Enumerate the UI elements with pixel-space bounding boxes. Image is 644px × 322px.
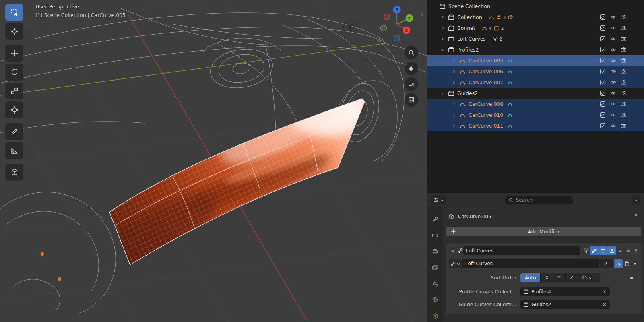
users-count-chip[interactable]: 2 (597, 259, 614, 268)
chevron-right-icon[interactable] (450, 124, 458, 128)
animate-property-dot[interactable] (630, 277, 633, 279)
profile-collection-field[interactable]: Profiles2 (520, 287, 610, 296)
editor-type-button[interactable] (431, 195, 446, 205)
eye-icon[interactable] (610, 123, 616, 129)
pan-button[interactable] (405, 62, 418, 75)
search-input[interactable]: Search (505, 196, 573, 204)
duplicate-data-button[interactable] (623, 259, 631, 268)
expand-chevron[interactable] (449, 246, 457, 255)
outliner-row-loft-curves[interactable]: Loft Curves 2 (427, 33, 644, 44)
tool-add-cube-button[interactable] (5, 164, 23, 181)
checkbox-icon[interactable] (600, 68, 606, 74)
clear-profile-button[interactable] (602, 289, 607, 294)
tab-view-layer[interactable] (430, 264, 440, 272)
edit-mode-display-toggle[interactable] (590, 246, 599, 255)
outliner-row-carcurve-008[interactable]: CarCurve.008 (427, 99, 644, 109)
delete-modifier-button[interactable] (624, 246, 632, 255)
node-group-name-field[interactable]: Loft Curves (462, 259, 597, 268)
eye-icon[interactable] (610, 36, 616, 42)
axis-minus-z-ball[interactable] (394, 35, 400, 41)
sort-option-auto[interactable]: Auto (520, 273, 540, 282)
camera-restrict-icon[interactable] (621, 79, 627, 85)
navigation-gizmo[interactable]: Z Y X (378, 4, 418, 44)
eye-icon[interactable] (610, 112, 616, 118)
eye-icon[interactable] (610, 79, 616, 85)
eye-icon[interactable] (610, 25, 616, 31)
outliner-row-bonnet[interactable]: Bonnet 4 2 (427, 23, 644, 33)
sort-option-z[interactable]: Z (566, 273, 578, 282)
outliner-row-collection[interactable]: Collection 3 (427, 12, 644, 23)
chevron-down-icon[interactable] (438, 91, 446, 95)
tool-measure-button[interactable] (5, 142, 23, 159)
node-group-browse-button[interactable] (449, 259, 462, 268)
chevron-right-icon[interactable] (450, 113, 458, 117)
checkbox-icon[interactable] (600, 123, 606, 129)
tool-transform-button[interactable] (5, 101, 23, 118)
camera-view-button[interactable] (405, 77, 418, 91)
tool-cursor-button[interactable] (5, 23, 23, 40)
axis-minus-y-ball[interactable] (381, 25, 387, 31)
render-display-toggle[interactable] (607, 246, 616, 255)
eye-icon[interactable] (610, 58, 616, 64)
checkbox-icon[interactable] (600, 58, 606, 64)
tab-scene[interactable] (430, 280, 440, 288)
tab-object[interactable] (430, 312, 440, 320)
guide-collection-field[interactable]: Guides2 (520, 300, 610, 309)
camera-restrict-icon[interactable] (621, 112, 627, 118)
chevron-right-icon[interactable] (438, 37, 446, 41)
axis-minus-x-ball[interactable] (384, 14, 390, 20)
camera-restrict-icon[interactable] (621, 47, 627, 53)
camera-restrict-icon[interactable] (621, 25, 627, 31)
camera-restrict-icon[interactable] (621, 101, 627, 107)
checkbox-icon[interactable] (600, 101, 606, 107)
camera-restrict-icon[interactable] (621, 123, 627, 129)
checkbox-icon[interactable] (600, 112, 606, 118)
tab-output[interactable] (430, 248, 440, 256)
pin-icon[interactable] (633, 213, 639, 219)
chevron-right-icon[interactable] (438, 15, 446, 19)
checkbox-icon[interactable] (600, 79, 606, 85)
eye-icon[interactable] (610, 47, 616, 53)
modifier-extras-dropdown[interactable] (616, 246, 624, 255)
outliner-row-guides2[interactable]: Guides2 (427, 88, 644, 99)
tool-select-box-button[interactable] (5, 4, 23, 21)
funnel-toggle[interactable] (582, 246, 590, 255)
outliner-row-carcurve-011[interactable]: CarCurve.011 (427, 120, 644, 131)
camera-restrict-icon[interactable] (621, 90, 627, 96)
outliner-row-carcurve-010[interactable]: CarCurve.010 (427, 109, 644, 120)
tool-annotate-button[interactable] (5, 123, 23, 140)
tab-tool[interactable] (430, 215, 440, 223)
checkbox-icon[interactable] (600, 25, 606, 31)
outliner-row-carcurve-007[interactable]: CarCurve.007 (427, 77, 644, 88)
filter-dropdown-button[interactable] (632, 196, 640, 204)
chevron-down-icon[interactable] (438, 47, 446, 52)
camera-restrict-icon[interactable] (621, 36, 627, 42)
sort-option-y[interactable]: Y (553, 273, 565, 282)
chevron-right-icon[interactable] (450, 102, 458, 106)
outliner-row-carcurve-005[interactable]: CarCurve.005 (427, 55, 644, 66)
sort-option-custom[interactable]: Cus... (578, 273, 600, 282)
chevron-right-icon[interactable] (438, 26, 446, 30)
checkbox-icon[interactable] (600, 47, 606, 53)
outliner-row-carcurve-006[interactable]: CarCurve.006 (427, 66, 644, 77)
eye-icon[interactable] (610, 14, 616, 20)
chevron-right-icon[interactable] (450, 58, 458, 63)
zoom-button[interactable] (405, 46, 418, 60)
sort-option-x[interactable]: X (541, 273, 553, 282)
eye-icon[interactable] (610, 68, 616, 74)
chevron-right-icon[interactable] (450, 69, 458, 74)
camera-restrict-icon[interactable] (621, 14, 627, 20)
eye-icon[interactable] (610, 90, 616, 96)
chevron-right-icon[interactable] (450, 80, 458, 85)
add-modifier-button[interactable]: Add Modifier (446, 227, 641, 236)
unlink-data-button[interactable] (631, 259, 639, 268)
tool-scale-button[interactable] (5, 83, 23, 99)
region-collapse-arrow[interactable] (419, 12, 424, 17)
eye-icon[interactable] (610, 101, 616, 107)
checkbox-icon[interactable] (600, 14, 606, 20)
ortho-toggle-button[interactable] (405, 93, 418, 107)
tool-move-button[interactable] (5, 45, 23, 62)
camera-restrict-icon[interactable] (621, 68, 627, 74)
outliner-row-profiles2[interactable]: Profiles2 (427, 44, 644, 55)
viewport-display-toggle[interactable] (599, 246, 607, 255)
